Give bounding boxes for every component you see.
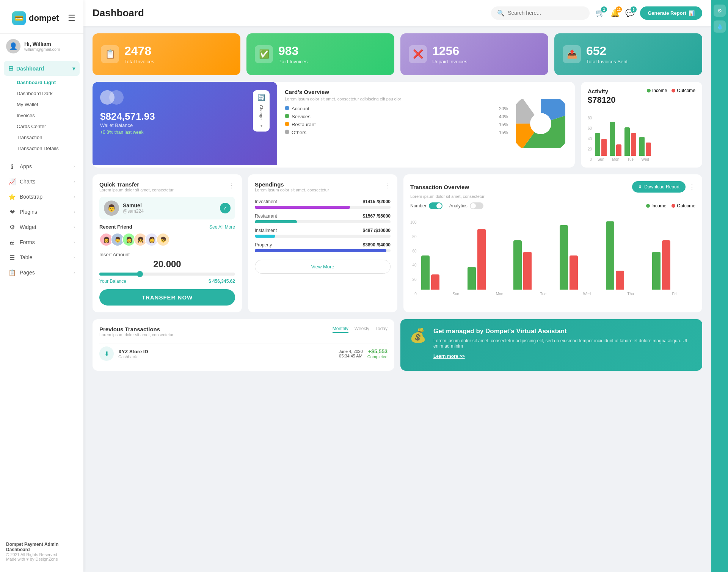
sidebar-item-transaction[interactable]: Transaction [13,132,77,143]
chat-icon-btn[interactable]: 💬 5 [625,8,635,17]
sidebar-item-dashboard-light[interactable]: Dashboard Light [13,77,77,88]
txn-outcome-wed [570,255,578,290]
wallet-card: $824,571.93 Wallet Balance +0.8% than la… [93,82,277,165]
sidebar-item-table[interactable]: ☰ Table › [4,250,80,265]
content: 📋 2478 Total Invoices ✅ 983 Paid Invoice… [83,26,711,572]
sp-restaurant: Restaurant $1567 /$5000 [255,213,391,223]
amount-slider[interactable] [99,273,235,276]
income-bar-wed [639,137,645,156]
tab-weekly[interactable]: Weekly [355,326,369,333]
overview-items: Account 20% Services 40% Restaurant 15% [285,106,508,135]
va-desc: Lorem ipsum dolor sit amet, consectetur … [433,338,693,349]
stat-num-sent: 652 [586,44,628,58]
search-bar[interactable]: 🔍 [491,6,590,20]
sidebar-item-bootstrap[interactable]: ⭐ Bootstrap › [4,189,80,204]
txn-overview-box: Transaction Overview ⬇ Download Report ⋮… [403,174,702,312]
activity-legend: Income Outcome [647,88,695,93]
qt-person-handle: @sam224 [123,208,144,214]
wallet-label: Wallet Balance [100,122,253,128]
bar-group-wed [639,137,651,156]
sidebar-item-widget[interactable]: ⚙ Widget › [4,219,80,235]
table-icon: ☰ [8,254,16,261]
tab-today[interactable]: Today [375,326,388,333]
sidebar-item-my-wallet[interactable]: My Wallet [13,99,77,110]
sidebar-item-dashboard[interactable]: ⊞ Dashboard ▾ [4,61,80,76]
bar-group-sun [595,133,607,156]
sidebar-item-pages[interactable]: 📋 Pages › [4,265,80,280]
view-more-button[interactable]: View More [255,260,391,274]
stat-card-paid: ✅ 983 Paid Invoices [246,33,394,75]
sidebar-item-cards-center[interactable]: Cards Center [13,121,77,132]
analytics-toggle-switch[interactable] [470,202,483,209]
cart-badge: 2 [601,6,607,13]
va-title: Get managed by Dompet's Virtual Assistan… [433,328,693,335]
search-input[interactable] [508,10,576,16]
sp-bar-property [255,249,386,252]
change-button[interactable]: 🔄 Change ▾ [253,90,270,132]
sidebar-item-charts[interactable]: 📈 Charts › [4,174,80,189]
number-toggle-switch[interactable] [429,202,442,209]
txn-bars-sun [421,255,464,290]
outcome-dot [672,89,675,92]
sidebar-item-dashboard-dark[interactable]: Dashboard Dark [13,88,77,99]
menu-toggle[interactable]: ☰ [65,13,78,23]
sidebar-header: 💳 dompet ☰ [0,0,83,34]
sidebar-item-transaction-details[interactable]: Transaction Details [13,143,77,154]
chevron-right-icon: › [74,224,75,230]
download-report-button[interactable]: ⬇ Download Report [632,181,686,193]
sp-bar-restaurant [255,220,297,223]
txn-status: Completed [367,354,388,359]
stat-label-sent: Total Invoices Sent [586,59,628,64]
charts-label: Charts [20,179,35,185]
sp-bar-investment [255,206,350,209]
drop-icon-btn[interactable]: 💧 [714,20,726,33]
spendings-menu[interactable]: ⋮ [384,181,391,190]
stat-card-sent: 📤 652 Total Invoices Sent [554,33,702,75]
account-dot [285,106,289,110]
logo-text: dompet [29,13,59,23]
insert-label: Insert Amount [99,252,235,257]
user-info: Hi, William william@gmail.com [24,41,60,52]
balance-label: Your Balance [99,279,126,284]
txn-menu[interactable]: ⋮ [689,183,695,191]
sidebar-item-invoices[interactable]: Invoices [13,110,77,121]
friend-6[interactable]: 👦 [156,233,170,246]
sidebar-footer: Dompet Payment Admin Dashboard © 2021 Al… [0,537,83,566]
charts-icon: 📈 [8,178,16,185]
sidebar-item-apps[interactable]: ℹ Apps › [4,159,80,174]
overview-title: Card's Overview [285,89,508,95]
chevron-right-icon: › [74,255,75,260]
generate-report-button[interactable]: Generate Report 📊 [640,6,702,20]
txn-bars-fri [652,240,695,290]
slider-fill [99,273,140,276]
pages-label: Pages [20,270,35,276]
search-icon: 🔍 [497,9,505,17]
sidebar: 💳 dompet ☰ 👤 Hi, William william@gmail.c… [0,0,83,572]
change-label: Change [259,103,264,121]
txn-outcome-fri [662,240,670,290]
sidebar-item-forms[interactable]: 🖨 Forms › [4,235,80,250]
txn-bars-wed [560,225,603,290]
stat-icon-paid: ✅ [255,45,273,63]
sidebar-item-plugins[interactable]: ❤ Plugins › [4,204,80,219]
bell-icon-btn[interactable]: 🔔 12 [610,8,620,17]
page-title: Dashboard [93,7,485,19]
tab-monthly[interactable]: Monthly [333,326,348,333]
chevron-right-icon: › [74,179,75,184]
txn-income-thu [606,221,614,290]
ov-account: Account 20% [285,106,508,111]
see-all-link[interactable]: See All More [209,224,235,230]
outcome-bar-mon [616,144,621,156]
settings-icon-btn[interactable]: ⚙ [714,5,726,17]
txn-desc: Lorem ipsum dolor sit amet, consectetur [410,194,695,199]
balance-value: $ 456,345.62 [209,279,235,284]
cart-icon-btn[interactable]: 🛒 2 [596,8,605,17]
user-name: Hi, William [24,41,60,47]
transfer-now-button[interactable]: TRANSFER NOW [99,289,235,306]
va-learn-more[interactable]: Learn more >> [433,354,465,359]
middle-row: $824,571.93 Wallet Balance +0.8% than la… [93,82,702,168]
stat-num-unpaid: 1256 [432,44,468,58]
prev-tabs: Monthly Weekly Today [333,326,388,333]
plugins-label: Plugins [20,209,37,215]
quick-transfer-menu[interactable]: ⋮ [228,181,235,190]
